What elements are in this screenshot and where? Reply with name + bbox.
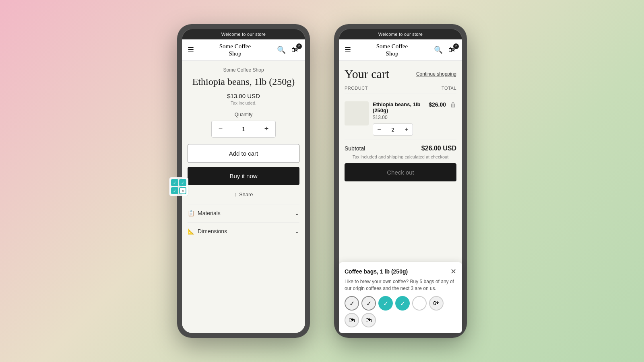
left-header-icons: 🔍 🛍 2 (276, 45, 299, 55)
menu-icon[interactable]: ☰ (188, 45, 194, 54)
cart-item-total: $26.00 (429, 101, 446, 108)
popup-title: Coffee bags, 1 lb (250g) (345, 268, 408, 275)
upsell-popup: Coffee bags, 1 lb (250g) ✕ Like to brew … (339, 262, 462, 333)
cart-table-header: PRODUCT TOTAL (345, 86, 456, 93)
right-banner-text: Welcome to our store (378, 32, 423, 37)
product-price: $13.00 USD (188, 93, 299, 99)
accordion-materials-left: 📋 Materials (188, 210, 221, 216)
dev-icon-1: ✓ (171, 179, 178, 186)
cart-badge: 2 (296, 43, 302, 49)
right-header: ☰ Some CoffeeShop 🔍 🛍 2 (339, 39, 462, 61)
subtotal-row: Subtotal $26.00 USD (345, 140, 456, 154)
col-total-label: TOTAL (442, 86, 456, 90)
checkout-button[interactable]: Check out (345, 163, 456, 181)
cart-item-info: Ethiopia beans, 1lb (250g) $13.00 − 2 + (373, 101, 425, 136)
popup-icons-row: ✓ ✓ ✓ ✓ 🛍 🛍 🛍 (345, 296, 456, 327)
left-logo: Some CoffeeShop (194, 43, 276, 57)
quantity-increase-button[interactable]: + (258, 121, 275, 137)
cart-title: Your cart (345, 67, 389, 81)
popup-icon-6[interactable]: 🛍 (429, 296, 444, 311)
popup-icon-4[interactable]: ✓ (395, 296, 410, 311)
popup-description: Like to brew your own coffee? Buy 5 bags… (345, 278, 456, 292)
search-icon: 🔍 (277, 46, 286, 54)
right-search-button[interactable]: 🔍 (433, 45, 444, 55)
popup-close-button[interactable]: ✕ (450, 268, 456, 275)
cart-qty-value: 2 (385, 127, 400, 133)
subtotal-label: Subtotal (345, 145, 365, 152)
quantity-control: − 1 + (211, 121, 276, 138)
chevron-down-icon: ⌄ (295, 210, 299, 216)
left-phone: ✓ ✓ ✓ ○ Welcome to our store ☰ Some Coff… (177, 24, 310, 338)
product-brand: Some Coffee Shop (188, 67, 299, 73)
popup-icon-8[interactable]: 🛍 (361, 313, 376, 327)
cart-item-price: $13.00 (373, 115, 425, 120)
cart-item-image (345, 101, 369, 125)
dev-icon-3: ✓ (171, 187, 178, 194)
product-title: Ethiopia beans, 1lb (250g) (188, 76, 299, 88)
dimensions-icon: 📐 (188, 228, 194, 234)
left-screen: Welcome to our store ☰ Some CoffeeShop 🔍… (182, 29, 305, 333)
accordion-dimensions[interactable]: 📐 Dimensions ⌄ (188, 222, 299, 240)
popup-icon-7[interactable]: 🛍 (345, 313, 359, 327)
right-banner: Welcome to our store (339, 29, 462, 39)
right-cart-badge: 2 (453, 43, 459, 49)
dev-overlay: ✓ ✓ ✓ ○ (169, 177, 188, 196)
right-logo: Some CoffeeShop (351, 43, 433, 57)
accordion-materials[interactable]: 📋 Materials ⌄ (188, 204, 299, 222)
dimensions-label: Dimensions (198, 228, 227, 234)
right-header-icons: 🔍 🛍 2 (433, 45, 456, 55)
left-banner: Welcome to our store (182, 29, 305, 39)
popup-icon-5[interactable] (412, 296, 427, 311)
col-product-label: PRODUCT (345, 86, 368, 90)
right-cart-button[interactable]: 🛍 2 (448, 45, 456, 55)
add-to-cart-button[interactable]: Add to cart (188, 144, 299, 163)
left-page-content: Some Coffee Shop Ethiopia beans, 1lb (25… (182, 61, 305, 333)
cart-item-delete-button[interactable]: 🗑 (450, 101, 456, 109)
dev-icon-2: ✓ (179, 179, 186, 186)
search-button[interactable]: 🔍 (276, 45, 287, 55)
right-search-icon: 🔍 (434, 46, 443, 54)
cart-item: Ethiopia beans, 1lb (250g) $13.00 − 2 + … (345, 97, 456, 140)
right-phone: Welcome to our store ☰ Some CoffeeShop 🔍… (334, 24, 467, 338)
continue-shopping-link[interactable]: Continue shopping (416, 71, 456, 77)
cart-qty-increase-button[interactable]: + (400, 124, 413, 135)
materials-icon: 📋 (188, 210, 194, 216)
subtotal-value: $26.00 USD (421, 145, 456, 152)
cart-title-row: Your cart Continue shopping (345, 67, 456, 81)
popup-icon-1[interactable]: ✓ (345, 296, 359, 311)
cart-tax-note: Tax included and shipping calculated at … (345, 154, 456, 159)
share-label: Share (239, 191, 253, 197)
popup-icon-3[interactable]: ✓ (378, 296, 393, 311)
right-menu-icon[interactable]: ☰ (345, 45, 351, 54)
quantity-decrease-button[interactable]: − (212, 121, 229, 137)
cart-item-name: Ethiopia beans, 1lb (250g) (373, 101, 425, 113)
chevron-down-icon-2: ⌄ (295, 228, 299, 234)
dev-icon-4: ○ (179, 187, 186, 194)
materials-label: Materials (198, 210, 221, 216)
cart-qty-decrease-button[interactable]: − (373, 124, 385, 135)
buy-now-button[interactable]: Buy it now (188, 167, 299, 185)
popup-icon-2[interactable]: ✓ (361, 296, 376, 311)
product-tax: Tax included. (188, 101, 299, 105)
quantity-value: 1 (229, 126, 258, 132)
share-icon: ↑ (234, 191, 237, 197)
left-header: ☰ Some CoffeeShop 🔍 🛍 2 (182, 39, 305, 61)
accordion-dimensions-left: 📐 Dimensions (188, 228, 227, 234)
left-banner-text: Welcome to our store (221, 32, 266, 37)
cart-qty-control: − 2 + (373, 123, 413, 136)
quantity-label: Quantity (188, 112, 299, 117)
share-row[interactable]: ↑ Share (188, 191, 299, 197)
cart-button[interactable]: 🛍 2 (291, 45, 299, 55)
popup-header: Coffee bags, 1 lb (250g) ✕ (345, 268, 456, 275)
right-screen: Welcome to our store ☰ Some CoffeeShop 🔍… (339, 29, 462, 333)
